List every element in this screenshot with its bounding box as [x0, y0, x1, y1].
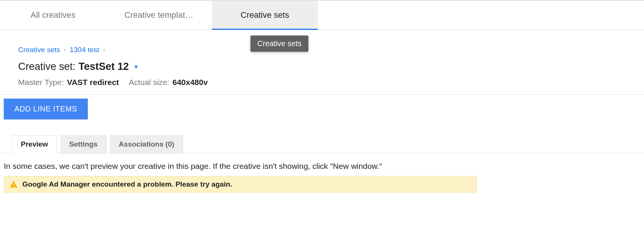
preview-note: In some cases, we can't preview your cre… — [0, 153, 644, 176]
chevron-right-icon: › — [64, 46, 66, 53]
subtab-preview[interactable]: Preview — [12, 135, 57, 153]
actual-size-label: Actual size: — [129, 78, 169, 87]
tab-creative-sets[interactable]: Creative sets — [212, 1, 318, 29]
chevron-right-icon: › — [103, 46, 105, 53]
subtab-associations[interactable]: Associations (0) — [110, 135, 183, 153]
page-title: Creative set: TestSet 12 ▼ — [4, 59, 644, 76]
subtab-settings[interactable]: Settings — [61, 135, 106, 153]
actual-size-value: 640x480v — [173, 78, 208, 87]
breadcrumb-creative-sets[interactable]: Creative sets — [18, 46, 60, 54]
caret-down-icon[interactable]: ▼ — [134, 64, 139, 70]
add-line-items-button[interactable]: ADD LINE ITEMS — [4, 99, 88, 119]
top-tabs-bar: All creatives Creative templat… Creative… — [0, 0, 644, 30]
title-value: TestSet 12 — [79, 61, 129, 73]
warning-banner: Google Ad Manager encountered a problem.… — [4, 176, 477, 193]
master-type-value: VAST redirect — [67, 78, 119, 87]
breadcrumb: Creative sets › 1304 test › — [4, 30, 644, 59]
master-type-label: Master Type: — [18, 78, 64, 87]
tooltip-creative-sets: Creative sets — [250, 36, 308, 52]
tab-all-creatives[interactable]: All creatives — [0, 1, 106, 29]
sub-tabs-bar: Preview Settings Associations (0) — [0, 123, 644, 153]
breadcrumb-1304-test[interactable]: 1304 test — [70, 46, 99, 54]
warning-icon — [9, 180, 18, 188]
tab-creative-templates[interactable]: Creative templat… — [106, 1, 212, 29]
meta-row: Master Type: VAST redirect Actual size: … — [4, 76, 644, 94]
warning-text: Google Ad Manager encountered a problem.… — [22, 180, 232, 188]
title-label: Creative set: — [18, 61, 76, 73]
action-row: ADD LINE ITEMS — [0, 95, 644, 123]
